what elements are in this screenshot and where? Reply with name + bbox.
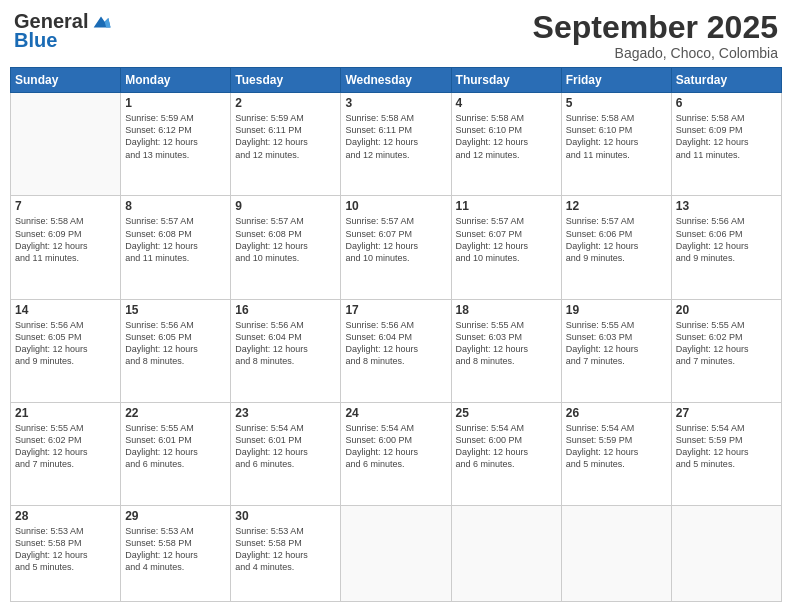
day-number: 13 (676, 199, 777, 213)
calendar-cell: 14Sunrise: 5:56 AM Sunset: 6:05 PM Dayli… (11, 299, 121, 402)
day-number: 27 (676, 406, 777, 420)
day-number: 7 (15, 199, 116, 213)
calendar-body: 1Sunrise: 5:59 AM Sunset: 6:12 PM Daylig… (11, 93, 782, 602)
day-number: 17 (345, 303, 446, 317)
day-info: Sunrise: 5:56 AM Sunset: 6:05 PM Dayligh… (125, 319, 226, 368)
calendar-week-3: 14Sunrise: 5:56 AM Sunset: 6:05 PM Dayli… (11, 299, 782, 402)
day-number: 9 (235, 199, 336, 213)
calendar-cell: 21Sunrise: 5:55 AM Sunset: 6:02 PM Dayli… (11, 402, 121, 505)
day-number: 2 (235, 96, 336, 110)
day-info: Sunrise: 5:58 AM Sunset: 6:10 PM Dayligh… (456, 112, 557, 161)
day-info: Sunrise: 5:56 AM Sunset: 6:06 PM Dayligh… (676, 215, 777, 264)
calendar-cell: 13Sunrise: 5:56 AM Sunset: 6:06 PM Dayli… (671, 196, 781, 299)
calendar-cell: 11Sunrise: 5:57 AM Sunset: 6:07 PM Dayli… (451, 196, 561, 299)
weekday-header-thursday: Thursday (451, 68, 561, 93)
day-info: Sunrise: 5:59 AM Sunset: 6:11 PM Dayligh… (235, 112, 336, 161)
day-info: Sunrise: 5:54 AM Sunset: 6:00 PM Dayligh… (456, 422, 557, 471)
calendar-cell: 10Sunrise: 5:57 AM Sunset: 6:07 PM Dayli… (341, 196, 451, 299)
day-number: 24 (345, 406, 446, 420)
calendar-cell (561, 505, 671, 601)
day-number: 12 (566, 199, 667, 213)
day-number: 8 (125, 199, 226, 213)
weekday-header-tuesday: Tuesday (231, 68, 341, 93)
calendar-cell: 28Sunrise: 5:53 AM Sunset: 5:58 PM Dayli… (11, 505, 121, 601)
day-info: Sunrise: 5:53 AM Sunset: 5:58 PM Dayligh… (125, 525, 226, 574)
calendar-cell: 5Sunrise: 5:58 AM Sunset: 6:10 PM Daylig… (561, 93, 671, 196)
day-info: Sunrise: 5:54 AM Sunset: 5:59 PM Dayligh… (566, 422, 667, 471)
calendar-week-5: 28Sunrise: 5:53 AM Sunset: 5:58 PM Dayli… (11, 505, 782, 601)
day-info: Sunrise: 5:55 AM Sunset: 6:02 PM Dayligh… (676, 319, 777, 368)
month-title: September 2025 (533, 10, 778, 45)
day-info: Sunrise: 5:57 AM Sunset: 6:08 PM Dayligh… (125, 215, 226, 264)
calendar-cell: 3Sunrise: 5:58 AM Sunset: 6:11 PM Daylig… (341, 93, 451, 196)
day-number: 10 (345, 199, 446, 213)
page: General Blue September 2025 Bagado, Choc… (0, 0, 792, 612)
day-info: Sunrise: 5:55 AM Sunset: 6:03 PM Dayligh… (456, 319, 557, 368)
calendar-week-4: 21Sunrise: 5:55 AM Sunset: 6:02 PM Dayli… (11, 402, 782, 505)
calendar-cell: 29Sunrise: 5:53 AM Sunset: 5:58 PM Dayli… (121, 505, 231, 601)
day-number: 30 (235, 509, 336, 523)
day-info: Sunrise: 5:57 AM Sunset: 6:08 PM Dayligh… (235, 215, 336, 264)
day-number: 1 (125, 96, 226, 110)
day-number: 29 (125, 509, 226, 523)
day-number: 28 (15, 509, 116, 523)
weekday-header-sunday: Sunday (11, 68, 121, 93)
day-info: Sunrise: 5:56 AM Sunset: 6:04 PM Dayligh… (235, 319, 336, 368)
calendar-week-2: 7Sunrise: 5:58 AM Sunset: 6:09 PM Daylig… (11, 196, 782, 299)
weekday-header-saturday: Saturday (671, 68, 781, 93)
calendar-cell: 30Sunrise: 5:53 AM Sunset: 5:58 PM Dayli… (231, 505, 341, 601)
day-info: Sunrise: 5:54 AM Sunset: 5:59 PM Dayligh… (676, 422, 777, 471)
calendar-cell (451, 505, 561, 601)
day-number: 19 (566, 303, 667, 317)
day-info: Sunrise: 5:58 AM Sunset: 6:10 PM Dayligh… (566, 112, 667, 161)
day-number: 5 (566, 96, 667, 110)
day-info: Sunrise: 5:58 AM Sunset: 6:11 PM Dayligh… (345, 112, 446, 161)
calendar-cell: 6Sunrise: 5:58 AM Sunset: 6:09 PM Daylig… (671, 93, 781, 196)
day-info: Sunrise: 5:55 AM Sunset: 6:02 PM Dayligh… (15, 422, 116, 471)
day-number: 3 (345, 96, 446, 110)
header: General Blue September 2025 Bagado, Choc… (10, 10, 782, 61)
day-number: 20 (676, 303, 777, 317)
day-number: 23 (235, 406, 336, 420)
calendar-cell: 25Sunrise: 5:54 AM Sunset: 6:00 PM Dayli… (451, 402, 561, 505)
day-number: 4 (456, 96, 557, 110)
day-number: 22 (125, 406, 226, 420)
logo-icon (90, 11, 112, 33)
weekday-header-wednesday: Wednesday (341, 68, 451, 93)
calendar-header-row: SundayMondayTuesdayWednesdayThursdayFrid… (11, 68, 782, 93)
day-info: Sunrise: 5:58 AM Sunset: 6:09 PM Dayligh… (676, 112, 777, 161)
calendar-cell: 24Sunrise: 5:54 AM Sunset: 6:00 PM Dayli… (341, 402, 451, 505)
day-info: Sunrise: 5:58 AM Sunset: 6:09 PM Dayligh… (15, 215, 116, 264)
location-subtitle: Bagado, Choco, Colombia (533, 45, 778, 61)
day-info: Sunrise: 5:56 AM Sunset: 6:05 PM Dayligh… (15, 319, 116, 368)
day-number: 25 (456, 406, 557, 420)
calendar-cell: 16Sunrise: 5:56 AM Sunset: 6:04 PM Dayli… (231, 299, 341, 402)
weekday-header-monday: Monday (121, 68, 231, 93)
day-info: Sunrise: 5:56 AM Sunset: 6:04 PM Dayligh… (345, 319, 446, 368)
calendar-cell: 19Sunrise: 5:55 AM Sunset: 6:03 PM Dayli… (561, 299, 671, 402)
calendar-cell: 26Sunrise: 5:54 AM Sunset: 5:59 PM Dayli… (561, 402, 671, 505)
day-info: Sunrise: 5:57 AM Sunset: 6:06 PM Dayligh… (566, 215, 667, 264)
day-number: 18 (456, 303, 557, 317)
calendar-cell: 12Sunrise: 5:57 AM Sunset: 6:06 PM Dayli… (561, 196, 671, 299)
calendar-cell: 20Sunrise: 5:55 AM Sunset: 6:02 PM Dayli… (671, 299, 781, 402)
day-number: 11 (456, 199, 557, 213)
calendar-cell (11, 93, 121, 196)
calendar-cell: 23Sunrise: 5:54 AM Sunset: 6:01 PM Dayli… (231, 402, 341, 505)
title-block: September 2025 Bagado, Choco, Colombia (533, 10, 778, 61)
calendar-cell (341, 505, 451, 601)
calendar-week-1: 1Sunrise: 5:59 AM Sunset: 6:12 PM Daylig… (11, 93, 782, 196)
day-number: 21 (15, 406, 116, 420)
calendar-table: SundayMondayTuesdayWednesdayThursdayFrid… (10, 67, 782, 602)
day-info: Sunrise: 5:54 AM Sunset: 6:01 PM Dayligh… (235, 422, 336, 471)
day-info: Sunrise: 5:53 AM Sunset: 5:58 PM Dayligh… (15, 525, 116, 574)
calendar-cell: 18Sunrise: 5:55 AM Sunset: 6:03 PM Dayli… (451, 299, 561, 402)
calendar-cell: 4Sunrise: 5:58 AM Sunset: 6:10 PM Daylig… (451, 93, 561, 196)
day-info: Sunrise: 5:54 AM Sunset: 6:00 PM Dayligh… (345, 422, 446, 471)
day-number: 16 (235, 303, 336, 317)
day-info: Sunrise: 5:55 AM Sunset: 6:03 PM Dayligh… (566, 319, 667, 368)
day-number: 15 (125, 303, 226, 317)
day-info: Sunrise: 5:59 AM Sunset: 6:12 PM Dayligh… (125, 112, 226, 161)
day-info: Sunrise: 5:57 AM Sunset: 6:07 PM Dayligh… (456, 215, 557, 264)
calendar-cell: 9Sunrise: 5:57 AM Sunset: 6:08 PM Daylig… (231, 196, 341, 299)
